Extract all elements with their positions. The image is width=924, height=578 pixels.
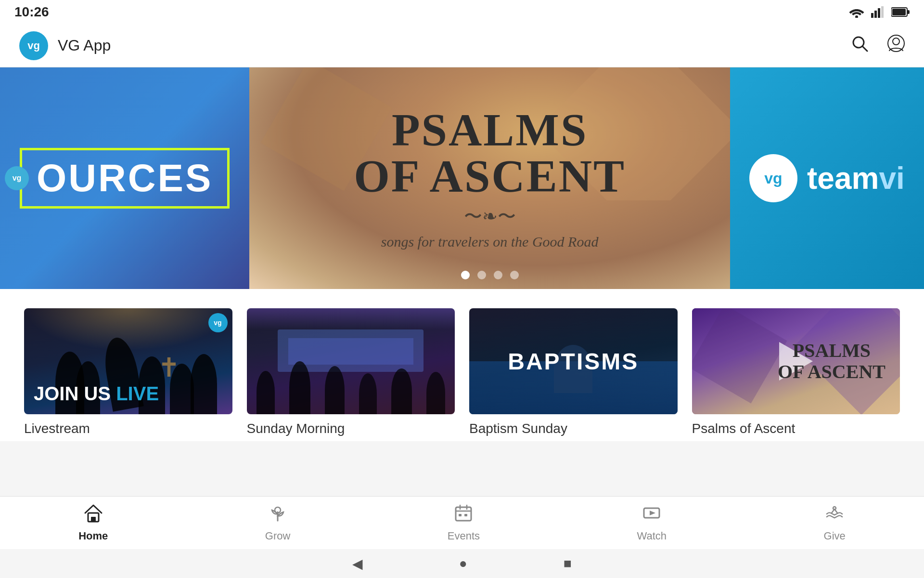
svg-marker-22 <box>650 511 655 515</box>
svg-rect-15 <box>456 507 471 521</box>
nav-item-home[interactable]: Home <box>64 499 122 547</box>
recent-button[interactable]: ■ <box>564 556 572 571</box>
svg-rect-1 <box>871 13 873 18</box>
stage-lights <box>24 308 232 351</box>
events-icon <box>454 503 473 527</box>
app-bar: vg VG App <box>0 24 924 67</box>
home-button[interactable]: ● <box>459 556 467 571</box>
search-button[interactable] <box>851 35 868 56</box>
baptism-overlay-text: BAPTISMS <box>508 348 639 375</box>
svg-rect-13 <box>91 517 96 522</box>
grow-icon <box>268 503 287 527</box>
card-title-baptism: Baptism Sunday <box>469 421 678 441</box>
teamvg-text: teamvi <box>807 160 905 196</box>
carousel-slide-psalms[interactable]: PSALMSOF ASCENT 〜❧〜 songs for travelers … <box>249 67 730 289</box>
profile-button[interactable] <box>887 35 905 56</box>
app-logo[interactable]: vg <box>19 31 48 60</box>
app-title: VG App <box>58 37 111 54</box>
svg-point-23 <box>833 507 836 510</box>
cards-section: ✝ vg JOIN US LIVE Livestream <box>0 289 924 441</box>
dot-3[interactable] <box>494 271 502 279</box>
carousel-slide-resources[interactable]: OURCES vg <box>0 67 249 289</box>
card-sunday[interactable]: Sunday Morning <box>247 308 455 441</box>
svg-rect-19 <box>459 514 462 516</box>
status-time: 10:26 <box>14 4 49 20</box>
card-title-psalms: Psalms of Ascent <box>692 421 900 441</box>
carousel-decorative: 〜❧〜 <box>354 204 626 229</box>
card-psalms[interactable]: PSALMSOF ASCENT Psalms of Ascent <box>692 308 900 441</box>
svg-rect-2 <box>874 11 877 18</box>
card-image-livestream: ✝ vg JOIN US LIVE <box>24 308 232 414</box>
nav-label-grow: Grow <box>265 530 291 542</box>
vg-circle-right: vg <box>749 154 797 202</box>
carousel-slide-teamvg[interactable]: vg teamvi <box>730 67 924 289</box>
svg-point-11 <box>893 38 899 45</box>
card-image-psalms: PSALMSOF ASCENT <box>692 308 900 414</box>
bottom-nav: Home Grow Events <box>0 496 924 549</box>
nav-item-events[interactable]: Events <box>433 499 494 547</box>
status-bar: 10:26 <box>0 0 924 24</box>
svg-rect-6 <box>892 9 906 15</box>
vg-text-circle: vg <box>764 170 782 187</box>
signal-icon <box>871 6 885 18</box>
give-icon <box>825 503 844 527</box>
carousel-main-title: PSALMSOF ASCENT <box>354 107 626 199</box>
watch-icon <box>642 503 661 527</box>
app-bar-right <box>851 35 905 56</box>
nav-label-give: Give <box>824 530 846 542</box>
svg-rect-4 <box>881 6 884 18</box>
dot-4[interactable] <box>510 271 519 279</box>
nav-item-give[interactable]: Give <box>809 499 860 547</box>
join-us-text: JOIN US LIVE <box>34 383 159 405</box>
dot-2[interactable] <box>477 271 486 279</box>
carousel-dots[interactable] <box>461 271 519 279</box>
svg-line-9 <box>862 46 867 51</box>
resources-text: OURCES <box>20 148 230 209</box>
svg-rect-7 <box>907 10 910 14</box>
carousel-subtitle: songs for travelers on the Good Road <box>354 234 626 250</box>
vg-logo-left: vg <box>13 174 22 183</box>
back-button[interactable]: ◀ <box>352 556 363 572</box>
nav-item-watch[interactable]: Watch <box>623 499 681 547</box>
nav-label-events: Events <box>448 530 480 542</box>
battery-icon <box>891 7 910 17</box>
svg-rect-3 <box>878 8 880 18</box>
app-bar-left: vg VG App <box>19 31 111 60</box>
nav-label-watch: Watch <box>637 530 667 542</box>
nav-label-home: Home <box>78 530 108 542</box>
card-title-livestream: Livestream <box>24 421 232 441</box>
card-image-baptism: BAPTISMS <box>469 308 678 414</box>
svg-point-0 <box>855 15 858 18</box>
nav-item-grow[interactable]: Grow <box>251 499 305 547</box>
home-icon <box>83 503 103 527</box>
psalms-card-title: PSALMSOF ASCENT <box>778 340 886 382</box>
card-livestream[interactable]: ✝ vg JOIN US LIVE Livestream <box>24 308 232 441</box>
card-image-sunday <box>247 308 455 414</box>
status-icons <box>849 6 910 18</box>
svg-rect-20 <box>464 514 467 516</box>
vg-badge-livestream: vg <box>208 313 228 332</box>
system-nav: ◀ ● ■ <box>0 549 924 578</box>
wifi-icon <box>849 6 864 18</box>
logo-text: vg <box>27 39 40 52</box>
card-title-sunday: Sunday Morning <box>247 421 455 441</box>
card-baptism[interactable]: BAPTISMS Baptism Sunday <box>469 308 678 441</box>
dot-1[interactable] <box>461 271 470 279</box>
carousel[interactable]: OURCES vg PSALMSOF ASCENT 〜❧〜 songs for … <box>0 67 924 289</box>
